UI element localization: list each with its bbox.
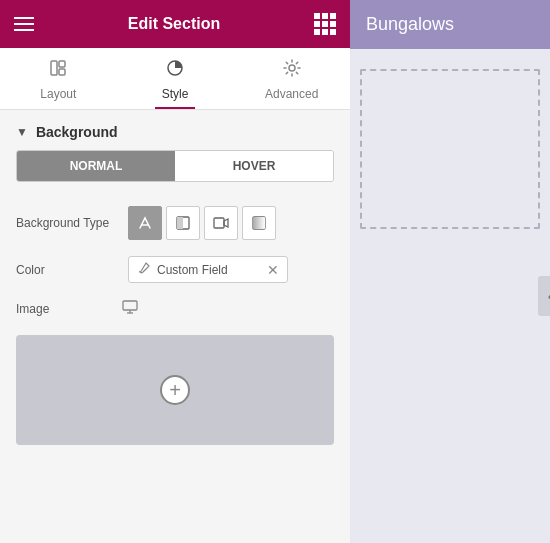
svg-rect-1 <box>59 61 65 67</box>
bg-type-video-button[interactable] <box>204 206 238 240</box>
svg-point-4 <box>289 65 295 71</box>
svg-rect-0 <box>51 61 57 75</box>
right-panel-content <box>350 49 550 249</box>
right-panel-header: Bungalows <box>350 0 550 49</box>
image-row: Image <box>0 291 350 327</box>
background-type-label: Background Type <box>16 216 116 230</box>
bg-type-color-button[interactable] <box>128 206 162 240</box>
background-section-header[interactable]: ▼ Background <box>0 110 350 150</box>
svg-rect-8 <box>214 218 224 228</box>
panel-title: Edit Section <box>128 15 220 33</box>
tab-style-label: Style <box>162 87 189 101</box>
bg-type-gradient-button[interactable] <box>242 206 276 240</box>
header: Edit Section <box>0 0 350 48</box>
right-panel: Bungalows ‹ <box>350 0 550 543</box>
color-field-value: Custom Field <box>157 263 261 277</box>
hamburger-menu-icon[interactable] <box>14 17 34 31</box>
svg-rect-2 <box>59 69 65 75</box>
background-section-title: Background <box>36 124 118 140</box>
svg-rect-7 <box>177 217 183 229</box>
tabs: Layout Style Advanced <box>0 48 350 110</box>
collapse-panel-button[interactable]: ‹ <box>538 276 550 316</box>
color-field[interactable]: Custom Field ✕ <box>128 256 288 283</box>
image-label: Image <box>16 302 116 316</box>
color-row: Color Custom Field ✕ <box>0 248 350 291</box>
content-placeholder <box>360 69 540 229</box>
tab-advanced[interactable]: Advanced <box>233 48 350 109</box>
add-image-icon: + <box>160 375 190 405</box>
tab-style[interactable]: Style <box>117 48 234 109</box>
bg-type-image-button[interactable] <box>166 206 200 240</box>
color-label: Color <box>16 263 116 277</box>
left-panel: Edit Section Layout <box>0 0 350 543</box>
svg-rect-10 <box>253 217 265 229</box>
image-upload-area[interactable]: + <box>16 335 334 445</box>
hover-toggle-button[interactable]: HOVER <box>175 151 333 181</box>
color-clear-icon[interactable]: ✕ <box>267 263 279 277</box>
advanced-icon <box>282 58 302 83</box>
svg-rect-11 <box>123 301 137 310</box>
tab-advanced-label: Advanced <box>265 87 318 101</box>
monitor-icon <box>122 299 138 319</box>
grid-icon[interactable] <box>314 13 336 35</box>
normal-hover-toggle: NORMAL HOVER <box>16 150 334 182</box>
style-icon <box>165 58 185 83</box>
tab-layout-label: Layout <box>40 87 76 101</box>
layout-icon <box>48 58 68 83</box>
dropper-icon <box>137 261 151 278</box>
panel-content: ▼ Background NORMAL HOVER Background Typ… <box>0 110 350 543</box>
background-type-controls <box>128 206 276 240</box>
background-type-row: Background Type <box>0 198 350 248</box>
collapse-arrow-icon: ▼ <box>16 125 28 139</box>
right-panel-title: Bungalows <box>366 14 454 34</box>
normal-toggle-button[interactable]: NORMAL <box>17 151 175 181</box>
tab-layout[interactable]: Layout <box>0 48 117 109</box>
